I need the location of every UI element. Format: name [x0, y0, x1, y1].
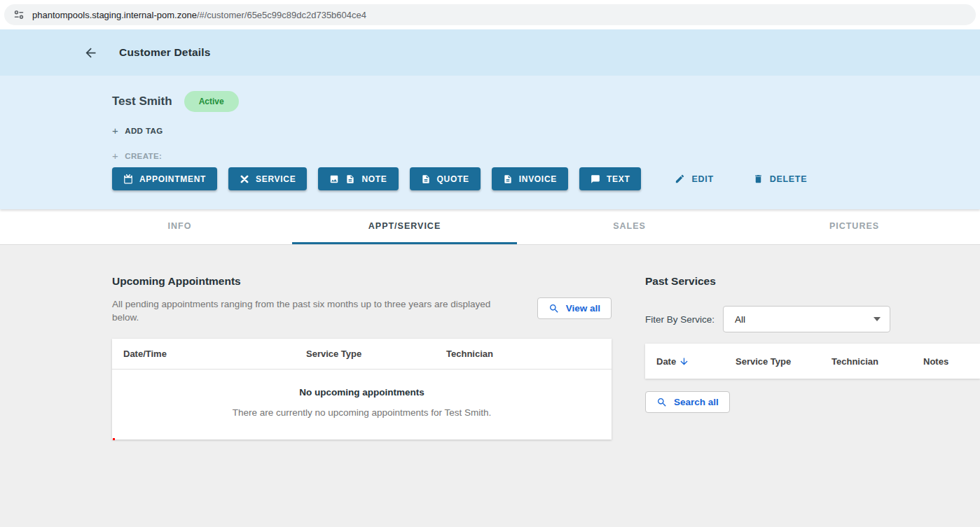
back-button[interactable] — [83, 45, 98, 60]
button-label: TEXT — [607, 174, 630, 184]
service-filter-select[interactable]: All — [723, 306, 890, 332]
url-field[interactable]: phantompools.staging.internal-pom.zone/#… — [4, 4, 976, 25]
tab-appt-service[interactable]: APPT/SERVICE — [292, 209, 517, 244]
button-label: APPOINTMENT — [139, 174, 206, 184]
filter-by-service-label: Fiter By Service: — [645, 314, 715, 325]
edit-button[interactable]: EDIT — [670, 173, 717, 185]
add-tag-label: ADD TAG — [125, 127, 163, 135]
plus-icon: + — [112, 125, 118, 136]
table-header-row: Date/Time Service Type Technician — [112, 339, 612, 370]
tab-label: INFO — [168, 221, 192, 231]
tab-label: SALES — [613, 221, 646, 231]
tab-info[interactable]: INFO — [67, 209, 292, 244]
delete-button[interactable]: DELETE — [749, 173, 812, 185]
record-actions: EDIT DELETE — [670, 173, 811, 185]
url-text: phantompools.staging.internal-pom.zone/#… — [32, 10, 366, 20]
document-icon — [503, 174, 513, 184]
create-invoice-button[interactable]: INVOICE — [492, 167, 568, 190]
search-all-label: Search all — [674, 397, 719, 407]
tools-icon — [240, 174, 249, 184]
customer-details-page: phantompools.staging.internal-pom.zone/#… — [0, 0, 980, 440]
browser-url-bar: phantompools.staging.internal-pom.zone/#… — [0, 0, 980, 29]
search-icon — [548, 303, 560, 314]
search-all-button[interactable]: Search all — [645, 391, 730, 413]
button-label: NOTE — [361, 174, 387, 184]
arrow-down-icon — [679, 356, 689, 367]
create-service-button[interactable]: SERVICE — [228, 167, 307, 190]
chevron-down-icon — [874, 317, 881, 321]
column-header-date: Date — [656, 356, 676, 367]
button-label: SERVICE — [256, 174, 296, 184]
calendar-icon — [123, 174, 133, 184]
tab-label: APPT/SERVICE — [368, 221, 441, 231]
column-header-technician: Technician — [446, 349, 600, 359]
create-quote-button[interactable]: QUOTE — [410, 167, 481, 190]
create-buttons-row: APPOINTMENT SERVICE NOTE QUOTE INVOICE — [112, 167, 980, 190]
filter-row: Fiter By Service: All — [645, 306, 980, 332]
column-header-date-time: Date/Time — [123, 349, 306, 359]
past-services-section: Past Services Fiter By Service: All Date… — [645, 275, 980, 413]
customer-summary-section: Test Smith Active + ADD TAG + CREATE: AP… — [0, 76, 980, 209]
create-appointment-button[interactable]: APPOINTMENT — [112, 167, 217, 190]
button-label: INVOICE — [519, 174, 557, 184]
past-services-table-header: Date Service Type Technician Notes — [645, 344, 980, 379]
page-title: Customer Details — [119, 46, 211, 59]
red-marker — [113, 438, 115, 440]
site-settings-icon[interactable] — [13, 9, 25, 20]
add-tag-button[interactable]: + ADD TAG — [112, 125, 980, 136]
empty-state-title: No upcoming appointments — [123, 387, 600, 398]
tab-sales[interactable]: SALES — [517, 209, 742, 244]
column-header-service-type: Service Type — [736, 356, 831, 367]
status-badge: Active — [184, 91, 239, 112]
main-content: Upcoming Appointments All pending appoin… — [0, 245, 980, 440]
trash-icon — [753, 174, 764, 184]
tab-pictures[interactable]: PICTURES — [742, 209, 967, 244]
view-all-button[interactable]: View all — [537, 297, 612, 319]
pencil-icon — [675, 174, 685, 184]
app-header: Customer Details — [0, 29, 980, 76]
tab-label: PICTURES — [829, 221, 879, 231]
empty-state-message: There are currently no upcoming appointm… — [123, 407, 600, 418]
search-icon — [656, 397, 668, 408]
past-services-title: Past Services — [645, 275, 980, 288]
create-label: + CREATE: — [112, 150, 980, 161]
create-note-button[interactable]: NOTE — [318, 167, 398, 190]
upcoming-description: All pending appointments ranging from th… — [112, 297, 494, 324]
column-header-technician: Technician — [831, 356, 923, 367]
document-icon — [345, 174, 355, 184]
column-header-date-sort[interactable]: Date — [656, 356, 736, 367]
empty-state: No upcoming appointments There are curre… — [112, 370, 612, 440]
selected-filter-value: All — [735, 314, 745, 325]
edit-label: EDIT — [691, 174, 713, 184]
column-header-notes: Notes — [923, 356, 980, 367]
tab-bar: INFO APPT/SERVICE SALES PICTURES — [0, 209, 980, 245]
upcoming-description-row: All pending appointments ranging from th… — [112, 297, 612, 324]
view-all-label: View all — [566, 303, 600, 314]
column-header-service-type: Service Type — [306, 349, 446, 359]
chat-icon — [591, 174, 600, 184]
upcoming-appointments-table: Date/Time Service Type Technician No upc… — [112, 339, 612, 440]
delete-label: DELETE — [770, 174, 808, 184]
create-text-button[interactable]: TEXT — [579, 167, 641, 190]
arrow-left-icon — [83, 45, 98, 60]
document-icon — [421, 174, 431, 184]
url-domain: phantompools.staging.internal-pom.zone — [32, 10, 197, 20]
image-icon — [329, 174, 339, 184]
plus-icon: + — [112, 150, 118, 161]
button-label: QUOTE — [437, 174, 469, 184]
url-path: /#/customer/65e5c99c89dc2d735b604ce4 — [197, 10, 366, 20]
customer-name-row: Test Smith Active — [112, 91, 980, 112]
upcoming-appointments-title: Upcoming Appointments — [112, 275, 612, 288]
customer-name: Test Smith — [112, 94, 172, 108]
create-label-text: CREATE: — [125, 152, 162, 160]
upcoming-appointments-section: Upcoming Appointments All pending appoin… — [112, 275, 612, 440]
